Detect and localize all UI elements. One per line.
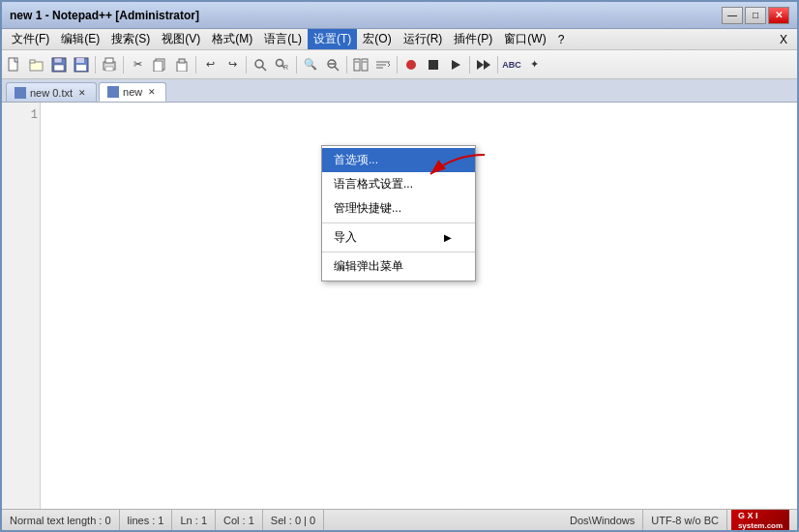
svg-rect-5 xyxy=(54,65,64,71)
gxi-logo: G X Isystem.com xyxy=(731,510,789,531)
menu-format[interactable]: 格式(M) xyxy=(206,29,258,49)
tabs-bar: new 0.txt ✕ new ✕ xyxy=(2,79,797,103)
menu-settings[interactable]: 设置(T) xyxy=(308,29,357,49)
svg-rect-15 xyxy=(179,59,185,63)
svg-rect-10 xyxy=(105,58,113,63)
menu-macro[interactable]: 宏(O) xyxy=(357,29,397,49)
toolbar-sep-8 xyxy=(469,56,470,74)
svg-rect-8 xyxy=(76,65,86,71)
svg-rect-7 xyxy=(76,58,84,63)
main-window: new 1 - Notepad++ [Administrator] — □ ✕ … xyxy=(0,0,799,532)
toolbar-abc[interactable]: ABC xyxy=(501,54,522,75)
status-lines: lines : 1 xyxy=(120,510,173,530)
toolbar-redo[interactable]: ↪ xyxy=(222,54,243,75)
menu-close-x[interactable]: X xyxy=(774,31,793,48)
menu-preferences[interactable]: 首选项... xyxy=(322,148,475,172)
menu-view[interactable]: 视图(V) xyxy=(156,29,206,49)
toolbar-cut[interactable]: ✂ xyxy=(127,54,148,75)
toolbar-run-macro-multiple[interactable] xyxy=(473,54,494,75)
svg-marker-34 xyxy=(477,60,484,70)
svg-text:R: R xyxy=(283,64,288,71)
toolbar-sep-6 xyxy=(346,56,347,74)
settings-dropdown: 首选项... 语言格式设置... 管理快捷键... 导入 ▶ 编辑弹出菜单 xyxy=(321,145,476,281)
menu-bar: 文件(F) 编辑(E) 搜索(S) 视图(V) 格式(M) 语言(L) 设置(T… xyxy=(2,29,797,50)
editor-wrapper: 1 首选项... 语言格式设置... 管理快捷键... 导入 ▶ 编辑弹出菜单 xyxy=(2,103,797,509)
tab-new[interactable]: new ✕ xyxy=(99,82,166,102)
toolbar-replace[interactable]: R xyxy=(272,54,293,75)
title-bar-text: new 1 - Notepad++ [Administrator] xyxy=(10,9,199,22)
menu-style-config[interactable]: 语言格式设置... xyxy=(322,172,475,196)
tab-close-2[interactable]: ✕ xyxy=(146,86,158,98)
line-numbers: 1 xyxy=(2,103,41,509)
status-col: Col : 1 xyxy=(216,510,263,530)
toolbar-save-all[interactable] xyxy=(71,54,92,75)
toolbar-extra[interactable]: ✦ xyxy=(523,54,545,75)
toolbar-sep-9 xyxy=(497,56,498,74)
toolbar-open[interactable] xyxy=(26,54,47,75)
toolbar-word-wrap[interactable] xyxy=(372,54,394,75)
menu-shortcut-mgr[interactable]: 管理快捷键... xyxy=(322,196,475,221)
menu-sep-2 xyxy=(322,251,475,252)
close-button[interactable]: ✕ xyxy=(768,7,789,24)
menu-run[interactable]: 运行(R) xyxy=(398,29,449,49)
svg-rect-24 xyxy=(354,59,360,71)
svg-point-31 xyxy=(406,60,416,70)
svg-rect-2 xyxy=(30,60,35,63)
toolbar-copy[interactable] xyxy=(149,54,170,75)
tab-close-1[interactable]: ✕ xyxy=(76,87,88,99)
toolbar-sep-5 xyxy=(296,56,297,74)
menu-search[interactable]: 搜索(S) xyxy=(105,29,156,49)
toolbar-find[interactable] xyxy=(250,54,271,75)
toolbar-record-macro[interactable] xyxy=(400,54,422,75)
svg-point-16 xyxy=(255,60,263,68)
menu-language[interactable]: 语言(L) xyxy=(258,29,308,49)
tab-new-icon xyxy=(107,86,119,98)
status-text-length: Normal text length : 0 xyxy=(10,510,120,530)
toolbar-sep-2 xyxy=(123,56,124,74)
menu-file[interactable]: 文件(F) xyxy=(6,29,55,49)
status-bar: Normal text length : 0 lines : 1 Ln : 1 … xyxy=(2,509,797,530)
status-ln: Ln : 1 xyxy=(172,510,216,530)
tab-label-1: new 0.txt xyxy=(30,87,73,99)
toolbar-zoom-in[interactable]: 🔍 xyxy=(300,54,321,75)
gxi-logo-text: G X Isystem.com xyxy=(738,511,783,530)
tab-label-2: new xyxy=(123,86,142,98)
svg-rect-32 xyxy=(429,60,438,70)
status-dos-windows: Dos\Windows xyxy=(562,510,643,530)
tab-txt-icon xyxy=(15,87,26,99)
svg-rect-13 xyxy=(154,61,163,72)
toolbar-paste[interactable] xyxy=(171,54,192,75)
toolbar-play-macro[interactable] xyxy=(445,54,466,75)
menu-edit-popup[interactable]: 编辑弹出菜单 xyxy=(322,254,475,279)
toolbar-sep-4 xyxy=(246,56,247,74)
toolbar: ✂ ↩ ↪ R 🔍 xyxy=(2,50,797,79)
svg-line-17 xyxy=(262,67,266,71)
menu-plugins[interactable]: 插件(P) xyxy=(448,29,498,49)
svg-rect-11 xyxy=(105,67,113,71)
menu-edit[interactable]: 编辑(E) xyxy=(55,29,105,49)
toolbar-sep-3 xyxy=(195,56,196,74)
toolbar-new[interactable] xyxy=(4,54,25,75)
toolbar-print[interactable] xyxy=(99,54,120,75)
toolbar-undo[interactable]: ↩ xyxy=(199,54,221,75)
maximize-button[interactable]: □ xyxy=(745,7,766,24)
toolbar-zoom-out[interactable] xyxy=(322,54,343,75)
tab-new-txt[interactable]: new 0.txt ✕ xyxy=(6,82,97,102)
minimize-button[interactable]: — xyxy=(722,7,743,24)
status-sel: Sel : 0 | 0 xyxy=(263,510,324,530)
menu-sep-1 xyxy=(322,222,475,223)
toolbar-sep-7 xyxy=(397,56,398,74)
menu-import[interactable]: 导入 ▶ xyxy=(322,225,475,250)
svg-rect-25 xyxy=(362,59,368,71)
toolbar-stop-record[interactable] xyxy=(423,54,444,75)
toolbar-sep-1 xyxy=(95,56,96,74)
toolbar-sync-scrolling[interactable] xyxy=(350,54,371,75)
menu-help[interactable]: ? xyxy=(552,31,571,48)
svg-point-18 xyxy=(277,59,283,66)
svg-marker-33 xyxy=(452,60,460,70)
svg-marker-35 xyxy=(484,60,490,70)
line-number-1: 1 xyxy=(4,106,38,124)
menu-window[interactable]: 窗口(W) xyxy=(498,29,551,49)
toolbar-save[interactable] xyxy=(48,54,70,75)
svg-rect-4 xyxy=(54,58,62,63)
